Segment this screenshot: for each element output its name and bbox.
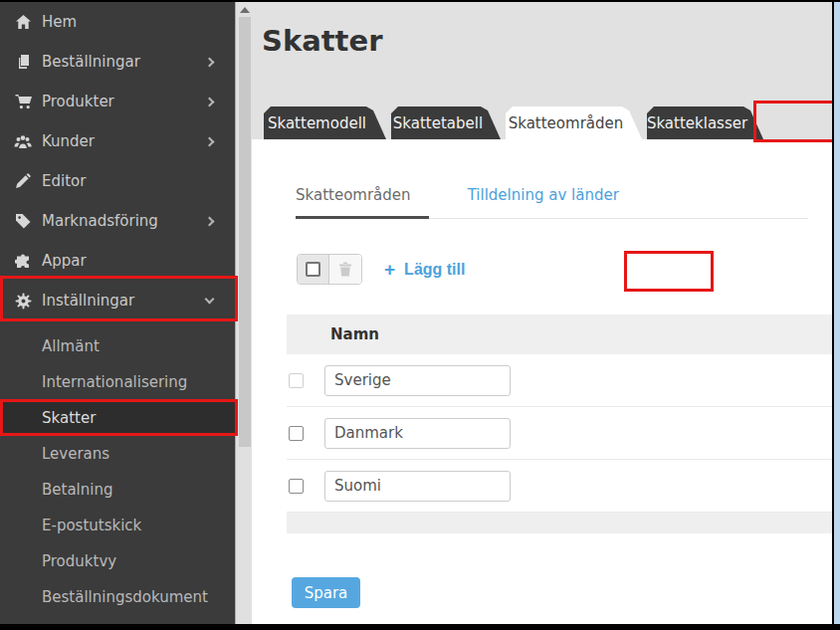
tab-skattetabell[interactable]: Skattetabell xyxy=(391,106,501,139)
settings-submenu: Allmänt Internationalisering Skatter Lev… xyxy=(0,328,235,615)
region-name-input[interactable] xyxy=(324,418,511,449)
tax-regions-table: Namn xyxy=(287,315,832,533)
row-checkbox[interactable] xyxy=(289,373,304,388)
region-name-input[interactable] xyxy=(324,471,511,502)
tab-skatteomraden[interactable]: Skatteområden xyxy=(506,106,642,139)
sidebar-item-label: Hem xyxy=(42,13,213,31)
tag-icon xyxy=(14,213,32,230)
trash-icon xyxy=(338,262,352,277)
sidebar: Hem Beställningar Produkter xyxy=(0,2,235,624)
sidebar-item-label: Marknadsföring xyxy=(42,212,206,230)
submenu-item-betalning[interactable]: Betalning xyxy=(0,472,235,508)
window-edge-strip xyxy=(834,2,840,624)
chevron-down-icon xyxy=(205,295,215,305)
submenu-item-skatter[interactable]: Skatter xyxy=(0,400,235,436)
sidebar-item-editor[interactable]: Editor xyxy=(0,161,235,201)
cart-icon xyxy=(14,94,32,110)
home-icon xyxy=(14,14,32,31)
sidebar-item-installningar[interactable]: Inställningar xyxy=(0,281,235,320)
plus-icon: + xyxy=(384,260,395,279)
table-row xyxy=(287,354,832,407)
subtab-bar: Skatteområden Tilldelning av länder xyxy=(296,185,808,219)
main-content: Skatter Skattemodell Skattetabell Skatte… xyxy=(251,2,832,624)
submenu-item-leverans[interactable]: Leverans xyxy=(0,436,235,472)
sidebar-item-appar[interactable]: Appar xyxy=(0,241,235,281)
sidebar-item-label: Kunder xyxy=(42,132,206,150)
tab-skatteklasser[interactable]: Skatteklasser xyxy=(647,106,763,139)
delete-button[interactable] xyxy=(329,255,361,284)
tab-bar: Skattemodell Skattetabell Skatteområden … xyxy=(264,106,768,139)
select-all-button[interactable] xyxy=(298,255,329,284)
table-header-row: Namn xyxy=(287,315,832,354)
sidebar-item-label: Beställningar xyxy=(42,53,206,71)
chevron-right-icon xyxy=(205,216,215,226)
column-header-namn: Namn xyxy=(287,325,379,343)
chevron-right-icon xyxy=(205,136,215,146)
sidebar-item-label: Inställningar xyxy=(42,292,206,310)
bulk-action-group xyxy=(297,254,362,285)
row-checkbox[interactable] xyxy=(289,426,304,441)
row-checkbox[interactable] xyxy=(289,479,304,494)
sidebar-item-label: Editor xyxy=(42,172,213,190)
tab-panel: Skatteområden Tilldelning av länder + xyxy=(252,139,832,624)
subtab-tilldelning-av-lander[interactable]: Tilldelning av länder xyxy=(468,186,619,218)
sidebar-item-label: Appar xyxy=(42,252,213,270)
table-footer xyxy=(287,513,832,533)
save-button[interactable]: Spara xyxy=(292,577,360,608)
region-name-input[interactable] xyxy=(324,365,511,396)
submenu-item-allmant[interactable]: Allmänt xyxy=(0,328,235,364)
chevron-right-icon xyxy=(205,97,215,106)
add-button[interactable]: + Lägg till xyxy=(384,260,465,279)
scroll-up-arrow-icon[interactable] xyxy=(240,7,250,13)
chevron-right-icon xyxy=(205,57,215,67)
pencil-icon xyxy=(14,173,32,190)
sidebar-item-marknadsforing[interactable]: Marknadsföring xyxy=(0,201,235,241)
add-button-label: Lägg till xyxy=(404,261,465,279)
sidebar-scrollbar[interactable] xyxy=(235,2,251,624)
puzzle-icon xyxy=(14,253,32,270)
sidebar-item-bestallningar[interactable]: Beställningar xyxy=(0,42,235,82)
customers-icon xyxy=(14,133,32,150)
scrollbar-thumb[interactable] xyxy=(239,17,251,447)
table-row xyxy=(287,407,832,460)
sidebar-item-hem[interactable]: Hem xyxy=(0,2,235,42)
table-row xyxy=(287,460,832,513)
sidebar-item-produkter[interactable]: Produkter xyxy=(0,82,235,121)
submenu-item-bestallningsdokument[interactable]: Beställningsdokument xyxy=(0,579,235,615)
sidebar-item-label: Produkter xyxy=(42,93,206,110)
app-window: Hem Beställningar Produkter xyxy=(0,2,832,624)
submenu-item-epostutskick[interactable]: E-postutskick xyxy=(0,508,235,543)
sidebar-item-kunder[interactable]: Kunder xyxy=(0,121,235,161)
tab-skattemodell[interactable]: Skattemodell xyxy=(264,106,386,139)
orders-icon xyxy=(14,54,32,71)
window-frame: Hem Beställningar Produkter xyxy=(0,0,840,630)
select-all-checkbox[interactable] xyxy=(306,262,320,277)
subtab-skatteomraden[interactable]: Skatteområden xyxy=(296,186,429,219)
submenu-item-internationalisering[interactable]: Internationalisering xyxy=(0,364,235,400)
gear-icon xyxy=(14,293,32,310)
page-title: Skatter xyxy=(262,24,382,58)
submenu-item-produktvy[interactable]: Produktvy xyxy=(0,543,235,579)
